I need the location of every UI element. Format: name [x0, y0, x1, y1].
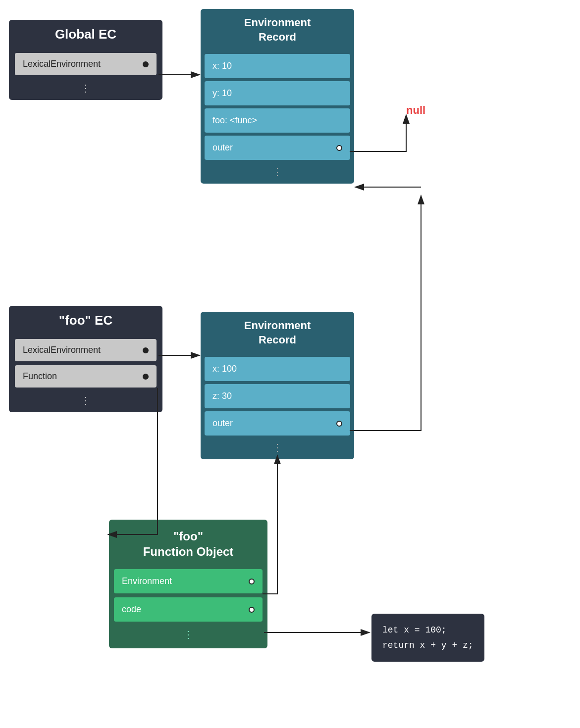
env-outer-top-label: outer [212, 143, 233, 153]
code-box: let x = 100; return x + y + z; [371, 614, 484, 662]
env-row-outer-top: outer [205, 136, 350, 160]
diagram-container: Global EC LexicalEnvironment ⋮ Environme… [0, 0, 580, 728]
foo-ec-lexical-row: LexicalEnvironment [15, 339, 157, 361]
env-z30-label: z: 30 [212, 391, 232, 401]
env-row-y10: y: 10 [205, 81, 350, 105]
env-record-top-box: EnvironmentRecord x: 10 y: 10 foo: <func… [201, 9, 354, 184]
func-env-row: Environment [114, 569, 263, 593]
global-ec-lexical-row: LexicalEnvironment [15, 53, 157, 75]
env-y10-label: y: 10 [212, 88, 232, 98]
env-row-foo: foo: <func> [205, 108, 350, 133]
env-foo-label: foo: <func> [212, 115, 257, 126]
foo-ec-lexical-dot [143, 347, 149, 353]
func-code-row: code [114, 597, 263, 622]
env-outer-top-dot [336, 145, 342, 151]
null-label: null [406, 104, 425, 117]
env-row-x100: x: 100 [205, 357, 350, 381]
func-code-dot [249, 607, 255, 613]
foo-ec-lexical-label: LexicalEnvironment [23, 345, 101, 355]
global-ec-ellipsis: ⋮ [9, 79, 162, 95]
env-x100-label: x: 100 [212, 364, 237, 374]
foo-ec-box: "foo" EC LexicalEnvironment Function ⋮ [9, 306, 162, 412]
func-obj-title: "foo"Function Object [109, 520, 267, 565]
global-ec-title: Global EC [9, 20, 162, 49]
env-outer-bottom-label: outer [212, 418, 233, 429]
env-row-z30: z: 30 [205, 384, 350, 408]
func-obj-ellipsis: ⋮ [109, 626, 267, 641]
foo-ec-function-dot [143, 374, 149, 380]
env-row-x10: x: 10 [205, 54, 350, 78]
foo-ec-title: "foo" EC [9, 306, 162, 335]
env-record-bottom-ellipsis: ⋮ [201, 438, 354, 454]
env-x10-label: x: 10 [212, 61, 232, 71]
func-env-dot [249, 579, 255, 584]
foo-ec-ellipsis: ⋮ [9, 391, 162, 407]
env-record-top-ellipsis: ⋮ [201, 163, 354, 179]
env-outer-bottom-dot [336, 421, 342, 427]
foo-ec-function-label: Function [23, 371, 57, 382]
env-record-top-title: EnvironmentRecord [201, 9, 354, 51]
func-code-label: code [122, 604, 141, 615]
env-record-bottom-title: EnvironmentRecord [201, 312, 354, 354]
env-row-outer-bottom: outer [205, 411, 350, 436]
func-env-label: Environment [122, 576, 172, 586]
global-ec-lexical-label: LexicalEnvironment [23, 59, 101, 69]
global-ec-box: Global EC LexicalEnvironment ⋮ [9, 20, 162, 100]
global-ec-lexical-dot [143, 61, 149, 67]
foo-ec-function-row: Function [15, 365, 157, 388]
env-record-bottom-box: EnvironmentRecord x: 100 z: 30 outer ⋮ [201, 312, 354, 459]
func-obj-box: "foo"Function Object Environment code ⋮ [109, 520, 267, 648]
